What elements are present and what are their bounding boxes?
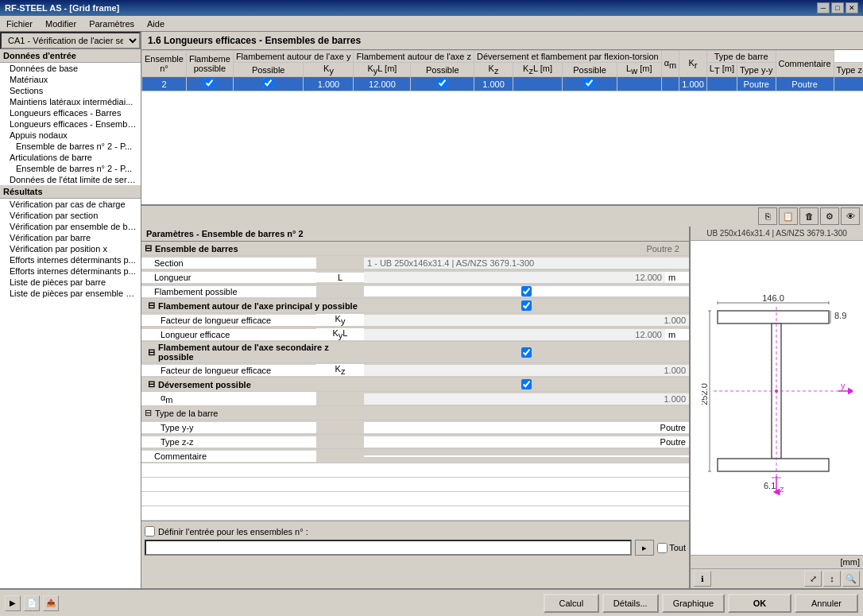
table-toolbar-btn3[interactable]: 🗑 bbox=[799, 207, 818, 225]
sidebar-item-longueurs-barres[interactable]: Longueurs efficaces - Barres bbox=[0, 107, 141, 118]
sidebar-item-verif-section[interactable]: Vérification par section bbox=[0, 210, 141, 221]
cell-commentaire bbox=[834, 77, 863, 91]
cross-section-info-btn[interactable]: ℹ bbox=[694, 571, 711, 587]
params-title: Paramètres - Ensemble de barres n° 2 bbox=[141, 227, 689, 242]
col-flamb-z: Flambement autour de l'axe z bbox=[354, 51, 474, 63]
sidebar-item-verif-barre[interactable]: Vérification par barre bbox=[0, 232, 141, 243]
content-header: 1.6 Longueurs efficaces - Ensembles de b… bbox=[141, 32, 863, 50]
cross-section-view-btn2[interactable]: ↕ bbox=[823, 571, 841, 587]
sidebar-item-sections[interactable]: Sections bbox=[0, 85, 141, 96]
sidebar-item-liste-barre[interactable]: Liste de pièces par barre bbox=[0, 277, 141, 288]
cross-section-toolbar: ℹ ⤢ ↕ 🔍 bbox=[691, 568, 863, 588]
sidebar-item-appuis[interactable]: Appuis nodaux bbox=[0, 130, 141, 141]
sidebar-item-efforts2[interactable]: Efforts internes déterminants p... bbox=[0, 265, 141, 277]
checkbox-ky-possible[interactable] bbox=[263, 78, 273, 88]
window-controls[interactable]: ─ □ ✕ bbox=[817, 2, 858, 14]
svg-rect-0 bbox=[718, 311, 829, 323]
param-value-flamb-y[interactable] bbox=[364, 300, 689, 311]
param-row-empty1 bbox=[141, 463, 689, 478]
menu-bar: Fichier Modifier Paramètres Aide bbox=[0, 16, 863, 32]
param-row-empty3 bbox=[141, 492, 689, 506]
sidebar-item-maintiens[interactable]: Maintiens latéraux intermédiai... bbox=[0, 96, 141, 107]
params-bottom: Définir l'entrée pour les ensembles n° :… bbox=[141, 521, 689, 560]
nav-btn3[interactable]: 📤 bbox=[43, 595, 59, 611]
checkbox-tout[interactable] bbox=[657, 543, 668, 553]
cross-section-svg: 146.0 252.0 8.9 6.1 bbox=[702, 295, 853, 502]
sidebar-item-liste-ensemble[interactable]: Liste de pièces par ensemble d... bbox=[0, 288, 141, 299]
sidebar-item-donnees-base[interactable]: Données de base bbox=[0, 63, 141, 74]
checkbox-param-flamb-z[interactable] bbox=[521, 347, 532, 358]
cell-ky-possible[interactable] bbox=[233, 77, 304, 91]
sidebar-item-materiaux[interactable]: Matériaux bbox=[0, 74, 141, 85]
annuler-button[interactable]: Annuler bbox=[795, 594, 858, 613]
ok-button[interactable]: OK bbox=[728, 594, 791, 613]
col-type-yy: Type y-y bbox=[737, 63, 776, 77]
col-flamb-possible: Flambemepossible bbox=[186, 51, 233, 77]
graphique-button[interactable]: Graphique bbox=[662, 594, 725, 613]
minimize-button[interactable]: ─ bbox=[817, 2, 830, 14]
params-bottom-add-btn[interactable]: ▸ bbox=[635, 540, 654, 556]
svg-text:146.0: 146.0 bbox=[762, 295, 784, 303]
checkbox-param-flamb-y[interactable] bbox=[521, 300, 532, 311]
param-value-type-zz: Poutre bbox=[364, 436, 689, 447]
cell-kz-possible[interactable] bbox=[411, 77, 474, 91]
sidebar-item-etat-limite[interactable]: Données de l'état limite de servi... bbox=[0, 174, 141, 185]
checkbox-param-flamb[interactable] bbox=[521, 286, 532, 296]
menu-fichier[interactable]: Fichier bbox=[0, 16, 39, 31]
param-value-flamb-z[interactable] bbox=[364, 347, 689, 358]
bottom-area: Paramètres - Ensemble de barres n° 2 ⊟ E… bbox=[141, 227, 863, 588]
sidebar-item-articulations[interactable]: Articulations de barre bbox=[0, 152, 141, 163]
nav-btn1[interactable]: ▶ bbox=[5, 595, 21, 611]
table-row[interactable]: 2 1.000 12.000 1.000 1.000 Poutre bbox=[142, 77, 864, 91]
param-label-flamb: Flambement possible bbox=[141, 286, 316, 297]
case-selector[interactable]: CA1 - Vérification de l'acier selo... bbox=[0, 32, 141, 49]
param-row-type-zz: Type z-z Poutre bbox=[141, 435, 689, 449]
param-row-devers: ⊟ Déversement possible bbox=[141, 378, 689, 392]
cell-devers-possible[interactable] bbox=[563, 77, 617, 91]
cross-section-view-btn1[interactable]: ⤢ bbox=[804, 571, 822, 587]
main-layout: CA1 - Vérification de l'acier selo... Do… bbox=[0, 32, 863, 588]
close-button[interactable]: ✕ bbox=[846, 2, 858, 14]
sidebar-item-ensemble-articulations[interactable]: Ensemble de barres n° 2 - P... bbox=[0, 163, 141, 174]
calcul-button[interactable]: Calcul bbox=[544, 594, 599, 613]
checkbox-kz-possible[interactable] bbox=[437, 78, 447, 88]
checkbox-definir[interactable] bbox=[145, 526, 155, 537]
cross-section-zoom-btn[interactable]: 🔍 bbox=[842, 571, 860, 587]
table-toolbar-btn2[interactable]: 📋 bbox=[779, 207, 798, 225]
maximize-button[interactable]: □ bbox=[831, 2, 844, 14]
sidebar-item-efforts1[interactable]: Efforts internes déterminants p... bbox=[0, 254, 141, 265]
params-tout-label: Tout bbox=[669, 543, 686, 552]
details-button[interactable]: Détails... bbox=[602, 594, 659, 613]
menu-parametres[interactable]: Paramètres bbox=[83, 16, 141, 31]
table-toolbar-btn4[interactable]: ⚙ bbox=[820, 207, 839, 225]
sidebar-item-ensemble-appuis[interactable]: Ensemble de barres n° 2 - P... bbox=[0, 141, 141, 152]
checkbox-flamb-possible[interactable] bbox=[204, 78, 215, 88]
bottom-bar-left: ▶ 📄 📤 bbox=[5, 595, 59, 611]
cross-section-title: UB 250x146x31.4 | AS/NZS 3679.1-300 bbox=[691, 227, 863, 241]
param-value-flamb[interactable] bbox=[364, 286, 689, 296]
cell-flamb-possible[interactable] bbox=[186, 77, 233, 91]
param-value-commentaire bbox=[364, 455, 689, 457]
sidebar-item-verif-cas[interactable]: Vérification par cas de charge bbox=[0, 199, 141, 210]
table-toolbar-btn1[interactable]: ⎘ bbox=[758, 207, 777, 225]
table-toolbar-btn5[interactable]: 👁 bbox=[841, 207, 860, 225]
menu-aide[interactable]: Aide bbox=[141, 16, 171, 31]
sidebar-item-longueurs-ensemble[interactable]: Longueurs efficaces - Ensemble... bbox=[0, 118, 141, 130]
nav-btn2[interactable]: 📄 bbox=[24, 595, 40, 611]
cell-kyl: 12.000 bbox=[354, 77, 411, 91]
checkbox-param-devers[interactable] bbox=[521, 379, 532, 389]
checkbox-devers-possible[interactable] bbox=[584, 78, 594, 88]
menu-modifier[interactable]: Modifier bbox=[39, 16, 83, 31]
param-section-flamb-y: ⊟ Flambement autour de l'axe principal y… bbox=[141, 300, 364, 312]
sidebar-item-verif-ensemble[interactable]: Vérification par ensemble de ba... bbox=[0, 221, 141, 232]
sidebar-item-verif-position[interactable]: Vérification par position x bbox=[0, 243, 141, 254]
cell-lw bbox=[617, 77, 661, 91]
param-value-devers[interactable] bbox=[364, 379, 689, 389]
params-bottom-input[interactable] bbox=[145, 540, 632, 556]
param-row-longueur: Longueur L 12.000 m bbox=[141, 270, 689, 285]
param-symbol-longueur: L bbox=[316, 273, 364, 282]
params-bottom-checkbox-row: Définir l'entrée pour les ensembles n° : bbox=[145, 526, 686, 537]
param-row-ensemble: ⊟ Ensemble de barres Poutre 2 bbox=[141, 242, 689, 256]
param-label-ky: Facteur de longueur efficace bbox=[141, 315, 316, 326]
param-symbol-kz: Kz bbox=[316, 364, 364, 376]
